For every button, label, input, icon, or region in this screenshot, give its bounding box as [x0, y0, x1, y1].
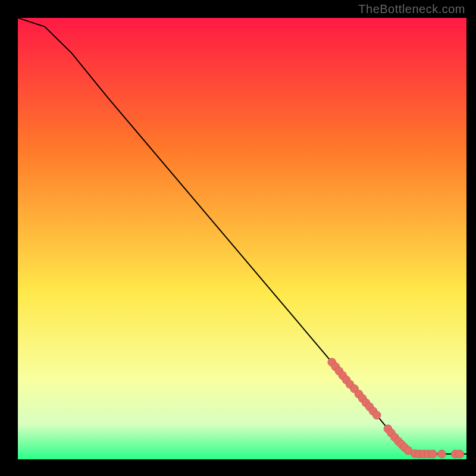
- chart-plot-area: [18, 18, 466, 459]
- data-marker: [456, 450, 464, 458]
- watermark-text: TheBottleneck.com: [358, 2, 465, 16]
- data-marker: [372, 411, 381, 419]
- data-marker: [429, 450, 437, 458]
- gradient-background: [18, 18, 466, 459]
- chart-svg: [18, 18, 466, 459]
- data-marker: [438, 450, 446, 458]
